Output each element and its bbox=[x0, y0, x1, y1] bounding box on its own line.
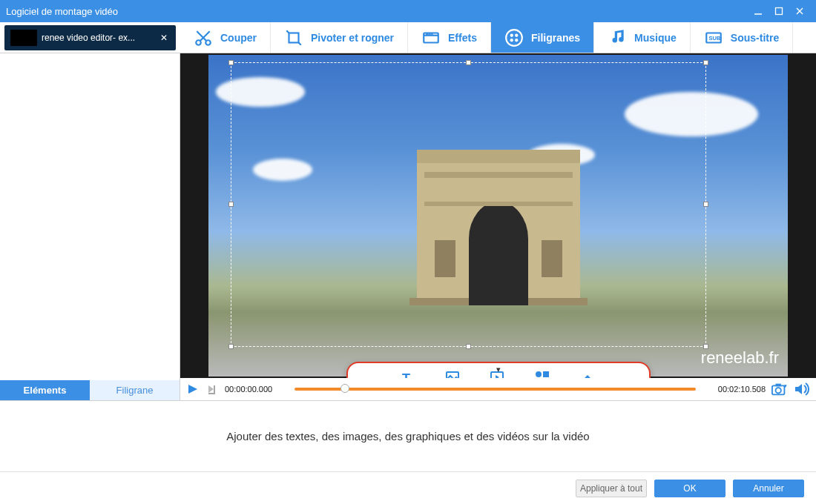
svg-point-36 bbox=[536, 371, 542, 377]
svg-rect-47 bbox=[776, 384, 781, 387]
tab-effects[interactable]: Effets bbox=[408, 22, 491, 53]
effects-icon bbox=[421, 28, 441, 47]
video-preview[interactable]: reneelab.fr ▾ T+ + + bbox=[180, 53, 816, 378]
file-tab-close-icon[interactable]: ✕ bbox=[158, 32, 170, 44]
minimize-button[interactable] bbox=[748, 4, 769, 19]
resize-handle-br[interactable] bbox=[703, 344, 708, 349]
svg-point-13 bbox=[510, 33, 513, 36]
svg-point-12 bbox=[506, 30, 522, 46]
svg-rect-37 bbox=[543, 371, 549, 377]
svg-rect-1 bbox=[776, 8, 783, 15]
svg-rect-6 bbox=[289, 33, 299, 42]
playback-controls: 00:00:00.000 00:02:10.508 ▾ bbox=[180, 378, 816, 400]
apply-all-button[interactable]: Appliquer à tout bbox=[576, 480, 647, 497]
file-tab[interactable]: renee video editor- ex... ✕ bbox=[4, 25, 176, 50]
tab-music[interactable]: Musique bbox=[594, 22, 691, 53]
tab-label: Effets bbox=[448, 32, 477, 44]
timeline-slider[interactable] bbox=[295, 387, 696, 391]
add-image-button[interactable]: + bbox=[444, 369, 464, 378]
preview-column: reneelab.fr ▾ T+ + + bbox=[180, 53, 816, 400]
tab-subtitle[interactable]: SUB Sous-titre bbox=[691, 22, 793, 53]
slider-track bbox=[295, 388, 696, 391]
step-button[interactable] bbox=[205, 382, 219, 396]
resize-handle-mr[interactable] bbox=[703, 202, 708, 207]
scissors-icon bbox=[194, 28, 213, 47]
filetab-area: renee video editor- ex... ✕ bbox=[0, 22, 180, 53]
main-area: Eléments Filigrane bbox=[0, 53, 816, 400]
svg-point-46 bbox=[776, 388, 781, 393]
bottom-buttons: Appliquer à tout OK Annuler bbox=[0, 471, 816, 504]
subtitle-icon: SUB bbox=[704, 28, 723, 47]
sidetab-elements[interactable]: Eléments bbox=[0, 380, 90, 400]
bottom-description: Ajouter des textes, des images, des grap… bbox=[0, 401, 816, 471]
watermark-popup: ▾ T+ + + + Le temps actuel du slider ser… bbox=[346, 362, 651, 378]
resize-handle-tr[interactable] bbox=[703, 60, 708, 65]
resize-handle-tm[interactable] bbox=[466, 60, 471, 65]
volume-button[interactable] bbox=[794, 382, 810, 396]
video-canvas: reneelab.fr bbox=[208, 55, 788, 377]
sidetab-watermark[interactable]: Filigrane bbox=[90, 380, 180, 400]
tab-label: Filigranes bbox=[531, 32, 580, 44]
tab-label: Sous-titre bbox=[731, 32, 779, 44]
resize-handle-bm[interactable] bbox=[466, 344, 471, 349]
side-tabs: Eléments Filigrane bbox=[0, 380, 180, 400]
watermark-icon bbox=[504, 28, 524, 47]
svg-text:SUB: SUB bbox=[708, 35, 721, 42]
svg-marker-41 bbox=[188, 385, 197, 394]
tab-label: Couper bbox=[220, 32, 257, 44]
bottom-panel: Ajouter des textes, des images, des grap… bbox=[0, 400, 816, 504]
slider-thumb[interactable] bbox=[340, 384, 349, 393]
tab-label: Pivoter et rogner bbox=[311, 32, 394, 44]
svg-point-14 bbox=[515, 33, 518, 36]
add-text-button[interactable]: T+ bbox=[399, 369, 420, 378]
side-panel: Eléments Filigrane bbox=[0, 53, 180, 400]
svg-marker-42 bbox=[208, 385, 214, 393]
time-start: 00:00:00.000 bbox=[225, 385, 284, 394]
crop-rotate-icon bbox=[284, 28, 303, 47]
svg-text:▾: ▾ bbox=[783, 382, 787, 389]
file-thumbnail bbox=[10, 30, 37, 46]
close-button[interactable] bbox=[789, 4, 810, 19]
play-button[interactable] bbox=[186, 382, 200, 396]
svg-point-10 bbox=[429, 33, 430, 34]
tab-cut[interactable]: Couper bbox=[180, 22, 271, 53]
svg-point-16 bbox=[515, 39, 518, 42]
tab-watermarks[interactable]: Filigranes bbox=[491, 22, 594, 53]
main-toolbar: Couper Pivoter et rogner Effets Filigran… bbox=[180, 22, 816, 53]
selection-rect[interactable] bbox=[231, 62, 706, 347]
resize-handle-ml[interactable] bbox=[228, 202, 234, 207]
add-shape-button[interactable]: + bbox=[533, 369, 553, 378]
svg-marker-49 bbox=[795, 384, 802, 394]
resize-handle-tl[interactable] bbox=[228, 60, 234, 65]
svg-point-11 bbox=[432, 33, 432, 34]
titlebar: Logiciel de montage vidéo bbox=[0, 0, 816, 22]
cancel-button[interactable]: Annuler bbox=[733, 480, 804, 497]
watermark-text: reneelab.fr bbox=[701, 348, 779, 368]
svg-point-9 bbox=[427, 33, 427, 34]
top-row: renee video editor- ex... ✕ Couper Pivot… bbox=[0, 22, 816, 53]
window-title: Logiciel de montage vidéo bbox=[6, 6, 748, 17]
maximize-button[interactable] bbox=[769, 4, 789, 19]
tab-rotate-crop[interactable]: Pivoter et rogner bbox=[271, 22, 408, 53]
svg-point-15 bbox=[510, 39, 513, 42]
time-end: 00:02:10.508 bbox=[706, 385, 766, 394]
music-icon bbox=[608, 28, 627, 47]
snapshot-button[interactable]: ▾ bbox=[771, 382, 788, 396]
ok-button[interactable]: OK bbox=[654, 480, 725, 497]
tab-label: Musique bbox=[634, 32, 677, 44]
svg-text:T: T bbox=[402, 371, 410, 378]
file-tab-label: renee video editor- ex... bbox=[42, 33, 158, 43]
chevron-down-icon[interactable]: ▾ bbox=[496, 365, 501, 374]
add-eraser-button[interactable] bbox=[577, 369, 598, 378]
resize-handle-bl[interactable] bbox=[228, 344, 234, 349]
